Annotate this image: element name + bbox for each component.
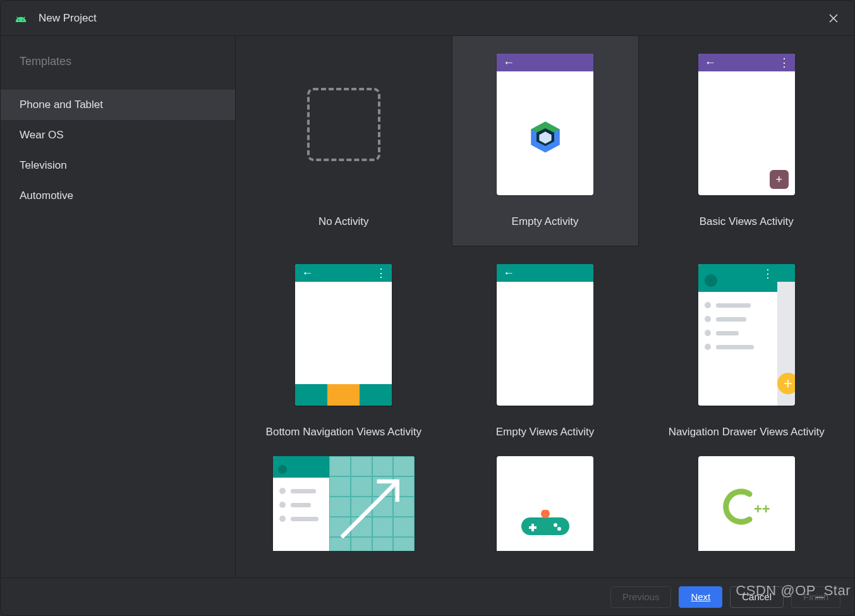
sidebar-item-label: Wear OS <box>20 129 64 141</box>
template-empty-views[interactable]: ← Empty Views Activity <box>452 246 639 456</box>
fab-plus-icon: + <box>770 170 789 189</box>
svg-point-15 <box>541 510 550 518</box>
template-nav-drawer[interactable]: ⋮ <box>653 246 840 456</box>
template-native-cpp[interactable]: ++ <box>653 456 840 557</box>
template-responsive[interactable] <box>250 456 437 557</box>
template-thumbnail <box>250 456 437 551</box>
svg-point-0 <box>18 20 20 21</box>
close-button[interactable] <box>827 11 840 25</box>
main-content: Templates Phone and Tablet Wear OS Telev… <box>1 36 854 577</box>
button-label: Next <box>691 591 710 602</box>
sidebar-item-phone-tablet[interactable]: Phone and Tablet <box>1 90 235 120</box>
template-thumbnail: ++ <box>653 456 840 551</box>
overflow-menu-icon: ⋮ <box>762 267 772 281</box>
template-thumbnail: ← <box>452 246 639 423</box>
svg-text:++: ++ <box>754 501 770 517</box>
svg-line-3 <box>23 17 25 18</box>
sidebar-item-label: Automotive <box>20 190 73 202</box>
template-label: Empty Activity <box>512 213 579 239</box>
appbar-purple: ← ⋮ <box>698 54 795 71</box>
back-arrow-icon: ← <box>503 267 514 280</box>
template-game[interactable] <box>452 456 639 557</box>
game-controller-icon <box>521 510 569 541</box>
cpp-icon: ++ <box>698 456 795 551</box>
template-thumbnail: ← ⋮ <box>250 246 437 423</box>
template-label: Empty Views Activity <box>496 423 595 450</box>
template-thumbnail <box>452 456 639 551</box>
cancel-button[interactable]: Cancel <box>730 586 784 608</box>
button-label: Finish <box>803 591 828 602</box>
sidebar-item-television[interactable]: Television <box>1 150 235 181</box>
template-thumbnail <box>250 36 437 213</box>
svg-rect-12 <box>529 526 537 529</box>
svg-line-2 <box>16 17 18 18</box>
template-bottom-nav[interactable]: ← ⋮ Bottom Navigation Views Activity <box>250 246 437 456</box>
template-no-activity[interactable]: No Activity <box>250 36 437 246</box>
titlebar: New Project <box>1 1 854 36</box>
appbar-teal: ← ⋮ <box>295 264 392 282</box>
sidebar-item-label: Television <box>20 159 67 171</box>
template-empty-activity[interactable]: ← Empty Activity <box>452 36 639 246</box>
appbar-teal: ← <box>497 264 593 282</box>
drawer-header: ⋮ <box>698 264 777 292</box>
footer: Previous Next Cancel Finish <box>1 577 854 615</box>
button-label: Cancel <box>742 591 772 602</box>
template-label: No Activity <box>318 213 368 239</box>
template-label: Bottom Navigation Views Activity <box>266 423 421 450</box>
window-title: New Project <box>39 12 97 25</box>
button-label: Previous <box>622 591 659 602</box>
overflow-menu-icon: ⋮ <box>375 266 385 280</box>
sidebar-item-automotive[interactable]: Automotive <box>1 181 235 211</box>
android-icon <box>15 15 27 22</box>
overflow-menu-icon: ⋮ <box>779 56 789 69</box>
dashed-box-icon <box>307 88 380 161</box>
svg-point-1 <box>22 20 23 21</box>
bottom-nav-bar <box>295 384 392 406</box>
template-label: Navigation Drawer Views Activity <box>669 423 825 450</box>
sidebar-item-wear-os[interactable]: Wear OS <box>1 120 235 150</box>
back-arrow-icon: ← <box>301 267 313 280</box>
sidebar: Templates Phone and Tablet Wear OS Telev… <box>1 36 236 577</box>
back-arrow-icon: ← <box>705 56 716 69</box>
appbar-purple: ← <box>497 54 593 71</box>
template-thumbnail: ← ⋮ + <box>653 36 840 213</box>
template-label: Basic Views Activity <box>700 213 794 239</box>
next-button[interactable]: Next <box>679 586 722 608</box>
template-thumbnail: ← <box>452 36 638 213</box>
back-arrow-icon: ← <box>503 56 514 69</box>
finish-button: Finish <box>791 586 840 608</box>
template-basic-views[interactable]: ← ⋮ + Basic Views Activity <box>653 36 840 246</box>
sidebar-header: Templates <box>1 55 235 90</box>
template-grid: No Activity ← <box>236 36 854 557</box>
avatar-icon <box>705 274 717 287</box>
svg-point-13 <box>554 523 557 527</box>
template-grid-wrap: No Activity ← <box>236 36 854 577</box>
compose-icon <box>528 119 563 155</box>
avatar-icon <box>278 465 287 474</box>
template-thumbnail: ⋮ <box>653 246 840 423</box>
sidebar-item-label: Phone and Tablet <box>20 99 103 111</box>
fab-plus-icon: + <box>777 373 795 394</box>
previous-button: Previous <box>610 586 671 608</box>
svg-point-14 <box>557 527 561 531</box>
